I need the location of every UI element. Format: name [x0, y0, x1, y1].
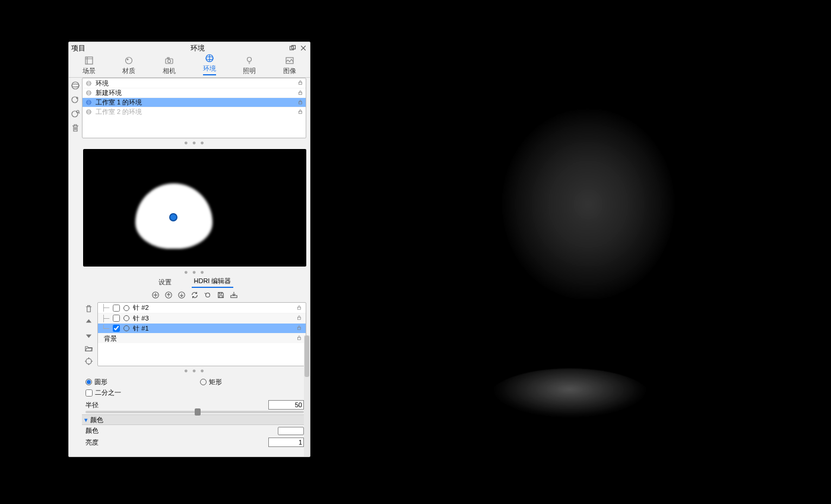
- tab-image-label: 图像: [283, 66, 296, 75]
- tab-lighting[interactable]: 照明: [240, 53, 258, 77]
- lock-icon[interactable]: [297, 90, 303, 97]
- tab-scene[interactable]: 场景: [80, 53, 98, 77]
- svg-rect-37: [298, 317, 301, 319]
- move-down-icon[interactable]: [177, 290, 186, 300]
- env-row-selected[interactable]: 工作室 1 的环境: [83, 97, 306, 107]
- globe-icon: [85, 90, 92, 96]
- pin-visible-checkbox[interactable]: [113, 315, 120, 322]
- arrow-down-icon[interactable]: [83, 329, 94, 340]
- env-row-disabled[interactable]: 工作室 2 的环境: [83, 107, 306, 116]
- svg-point-3: [126, 58, 132, 64]
- pin-select-radio[interactable]: [123, 315, 129, 321]
- pin-row-selected[interactable]: └─ 针 #1: [98, 323, 306, 333]
- brightness-input[interactable]: [268, 438, 304, 447]
- target-icon[interactable]: [83, 356, 94, 366]
- pin-row[interactable]: ├─ 针 #3: [98, 313, 306, 323]
- globe-icon: [85, 80, 92, 87]
- sub-tab-settings[interactable]: 设置: [156, 277, 174, 288]
- half-checkbox[interactable]: 二分之一: [85, 388, 121, 397]
- popout-icon[interactable]: [288, 44, 297, 52]
- lock-icon[interactable]: [296, 305, 302, 312]
- svg-rect-38: [298, 327, 301, 329]
- tab-material[interactable]: 材质: [120, 53, 138, 77]
- svg-point-12: [72, 82, 79, 89]
- env-row[interactable]: 环境: [83, 78, 306, 88]
- pin-select-radio[interactable]: [123, 305, 129, 311]
- lock-icon[interactable]: [296, 335, 302, 342]
- close-icon[interactable]: [299, 44, 307, 52]
- reset-icon[interactable]: [203, 290, 212, 300]
- splitter-dots[interactable]: ● ● ●: [82, 140, 307, 147]
- svg-point-23: [86, 100, 91, 105]
- globe-icon: [85, 109, 92, 115]
- svg-point-6: [168, 60, 171, 63]
- top-tabs: 场景 材质 相机 环境 照明 图像: [69, 54, 310, 78]
- tab-material-label: 材质: [122, 66, 135, 75]
- sub-tab-hdri[interactable]: HDRI 编辑器: [192, 275, 234, 288]
- radius-input[interactable]: [268, 400, 304, 410]
- chevron-down-icon: ▾: [84, 416, 88, 424]
- globe-tool-icon[interactable]: [70, 80, 81, 91]
- color-swatch[interactable]: [278, 427, 304, 435]
- lock-icon[interactable]: [297, 80, 303, 87]
- globe-icon: [85, 99, 92, 106]
- splitter-dots[interactable]: ● ● ●: [82, 367, 307, 375]
- preview-pin[interactable]: [169, 213, 177, 221]
- add-pin-icon[interactable]: [151, 290, 160, 300]
- scrollbar-thumb[interactable]: [305, 335, 309, 377]
- tab-camera-label: 相机: [163, 66, 176, 75]
- svg-point-35: [85, 358, 91, 363]
- delete-env-icon[interactable]: [70, 123, 81, 134]
- svg-rect-19: [299, 82, 302, 84]
- radius-slider[interactable]: [85, 411, 304, 413]
- lock-icon[interactable]: [296, 325, 302, 332]
- pin-row-label: 针 #1: [133, 324, 293, 333]
- env-left-toolbar: [69, 78, 82, 457]
- shape-circle-option[interactable]: 圆形: [85, 378, 107, 386]
- svg-point-17: [86, 81, 91, 85]
- tab-lighting-label: 照明: [243, 66, 256, 75]
- environment-panel: 项目 环境 场景 材质 相机 环境 照明 图像: [68, 42, 310, 457]
- material-icon: [123, 55, 134, 66]
- color-section-header[interactable]: ▾ 颜色: [82, 414, 307, 425]
- shape-rect-option[interactable]: 矩形: [200, 378, 222, 386]
- color-row: 颜色: [82, 425, 307, 436]
- delete-pin-icon[interactable]: [83, 303, 94, 314]
- pin-list: ├─ 针 #2 ├─ 针 #3 └─: [97, 302, 306, 366]
- env-row[interactable]: 新建环境: [83, 88, 306, 97]
- render-viewport-bust: [451, 71, 700, 451]
- scrollbar[interactable]: [304, 335, 310, 457]
- svg-point-27: [86, 111, 91, 113]
- pin-row-background[interactable]: 背景: [98, 333, 306, 343]
- environment-list: 环境 新建环境 工作室 1 的环境 工作室 2 的环境: [82, 78, 306, 138]
- svg-point-10: [248, 58, 252, 62]
- hdri-preview[interactable]: [83, 149, 306, 267]
- tab-image[interactable]: 图像: [281, 53, 299, 77]
- svg-rect-25: [299, 102, 302, 104]
- lock-icon[interactable]: [297, 109, 303, 116]
- pin-visible-checkbox[interactable]: [113, 305, 120, 312]
- lock-icon[interactable]: [296, 315, 302, 322]
- env-row-label: 环境: [96, 79, 294, 88]
- save-icon[interactable]: [216, 290, 226, 300]
- folder-open-icon[interactable]: [83, 343, 94, 353]
- tab-environment[interactable]: 环境: [201, 51, 218, 77]
- panel-title-center: 环境: [107, 43, 288, 53]
- add-env-icon[interactable]: [70, 94, 81, 105]
- color-label: 颜色: [85, 426, 121, 435]
- pin-row[interactable]: ├─ 针 #2: [98, 303, 306, 313]
- lock-icon[interactable]: [297, 99, 303, 106]
- arrow-up-icon[interactable]: [83, 316, 94, 327]
- export-icon[interactable]: [229, 290, 239, 300]
- pin-select-radio[interactable]: [123, 325, 129, 331]
- svg-point-21: [86, 92, 91, 94]
- move-up-icon[interactable]: [164, 290, 173, 300]
- tab-camera[interactable]: 相机: [160, 53, 178, 77]
- search-env-icon[interactable]: [70, 109, 81, 119]
- svg-rect-39: [298, 337, 301, 340]
- pin-row-label: 针 #2: [133, 303, 293, 312]
- refresh-icon[interactable]: [190, 290, 199, 300]
- hdri-mini-toolbar: [82, 288, 307, 302]
- pin-visible-checkbox[interactable]: [113, 325, 120, 332]
- svg-point-26: [86, 110, 91, 115]
